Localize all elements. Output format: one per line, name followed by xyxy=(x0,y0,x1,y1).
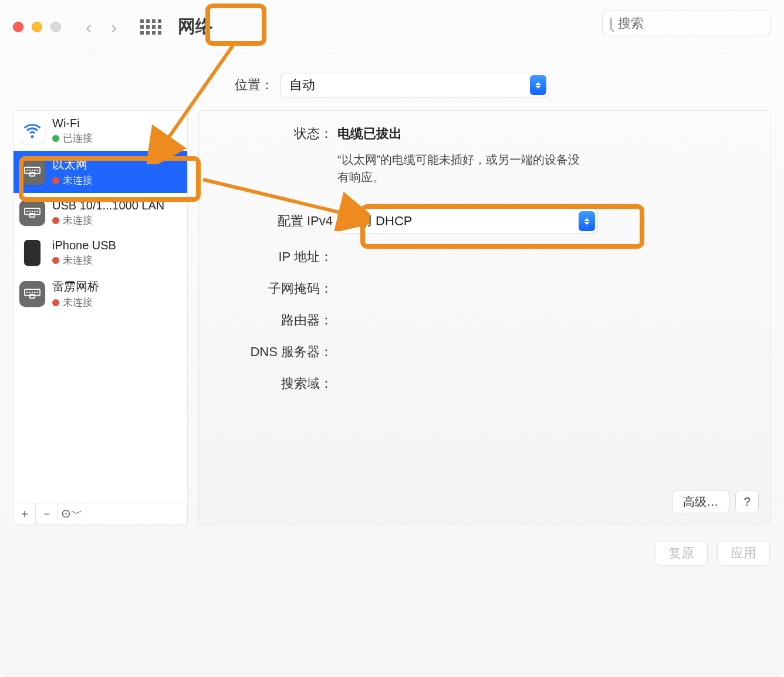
service-name: 以太网 xyxy=(52,157,93,172)
ip-address-value xyxy=(337,245,753,248)
service-status: 未连接 xyxy=(52,214,164,227)
status-value-text: 电缆已拔出 xyxy=(337,125,753,143)
network-prefs-window: ‹ › 网络 位置： 自动 Wi-Fi已连接以太网未连接USB 10/1...1… xyxy=(0,0,784,677)
service-status: 未连接 xyxy=(52,296,99,309)
svg-point-5 xyxy=(29,170,30,171)
service-status: 未连接 xyxy=(52,253,116,267)
service-name: iPhone USB xyxy=(52,239,116,252)
location-select[interactable]: 自动 xyxy=(281,73,549,97)
ip-address-label: IP 地址： xyxy=(213,245,337,266)
svg-point-6 xyxy=(32,170,33,171)
svg-point-20 xyxy=(32,292,33,293)
svg-point-15 xyxy=(37,211,38,212)
svg-point-13 xyxy=(32,211,33,212)
back-button[interactable]: ‹ xyxy=(86,18,92,36)
minimize-window-button[interactable] xyxy=(32,22,42,32)
window-controls xyxy=(13,22,61,32)
revert-button[interactable]: 复原 xyxy=(655,541,708,566)
apply-button[interactable]: 应用 xyxy=(717,541,770,566)
remove-service-button[interactable]: － xyxy=(36,503,58,524)
status-dot-icon xyxy=(52,299,59,306)
service-list: Wi-Fi已连接以太网未连接USB 10/1...1000 LAN未连接iPho… xyxy=(13,111,187,503)
forward-button[interactable]: › xyxy=(111,18,117,36)
svg-point-18 xyxy=(26,292,28,293)
show-all-prefs-icon[interactable] xyxy=(140,19,161,35)
close-window-button[interactable] xyxy=(13,22,23,32)
status-dot-icon xyxy=(52,177,59,184)
service-name: 雷雳网桥 xyxy=(52,279,99,295)
location-label: 位置： xyxy=(235,76,273,94)
ethernet-icon xyxy=(19,281,45,307)
add-service-button[interactable]: ＋ xyxy=(13,503,36,524)
status-dot-icon xyxy=(52,257,59,264)
sidebar-item--[interactable]: 以太网未连接 xyxy=(13,151,187,193)
detail-panel: 状态： 电缆已拔出 “以太网”的电缆可能未插好，或另一端的设备没有响应。 配置 … xyxy=(198,110,771,524)
service-sidebar: Wi-Fi已连接以太网未连接USB 10/1...1000 LAN未连接iPho… xyxy=(13,110,188,524)
zoom-window-button[interactable] xyxy=(50,22,61,32)
dns-servers-value xyxy=(337,340,753,343)
svg-point-14 xyxy=(34,211,35,212)
ipv4-config-select[interactable]: 使用 DHCP xyxy=(337,208,598,234)
select-stepper-icon xyxy=(530,75,546,95)
sidebar-item--[interactable]: 雷雳网桥未连接 xyxy=(13,273,187,315)
location-value: 自动 xyxy=(281,76,323,94)
ipv4-config-value: 使用 DHCP xyxy=(338,212,420,230)
body: Wi-Fi已连接以太网未连接USB 10/1...1000 LAN未连接iPho… xyxy=(0,110,784,524)
svg-point-4 xyxy=(26,170,28,171)
toolbar: ‹ › 网络 xyxy=(0,0,784,54)
search-input[interactable] xyxy=(617,15,780,32)
ethernet-icon xyxy=(19,159,45,185)
svg-point-22 xyxy=(37,292,38,293)
service-status: 未连接 xyxy=(52,174,93,187)
sidebar-item-usb-10-1-1000-lan[interactable]: USB 10/1...1000 LAN未连接 xyxy=(13,193,187,233)
status-description: “以太网”的电缆可能未插好，或另一端的设备没有响应。 xyxy=(337,151,590,186)
wifi-icon xyxy=(19,118,45,144)
svg-point-21 xyxy=(34,292,35,293)
service-name: USB 10/1...1000 LAN xyxy=(52,199,164,212)
search-icon xyxy=(610,17,612,30)
status-dot-icon xyxy=(52,135,59,142)
sidebar-item-wi-fi[interactable]: Wi-Fi已连接 xyxy=(13,111,187,151)
window-title: 网络 xyxy=(172,12,219,41)
ethernet-icon xyxy=(19,200,45,226)
svg-point-19 xyxy=(29,292,30,293)
router-label: 路由器： xyxy=(213,308,337,329)
advanced-button[interactable]: 高级… xyxy=(672,490,729,513)
service-status: 已连接 xyxy=(52,131,93,145)
select-stepper-icon xyxy=(579,211,595,231)
nav-controls: ‹ › xyxy=(86,18,117,36)
svg-point-11 xyxy=(26,211,28,212)
status-value: 电缆已拔出 “以太网”的电缆可能未插好，或另一端的设备没有响应。 xyxy=(337,121,753,186)
search-field[interactable] xyxy=(602,11,771,36)
status-dot-icon xyxy=(52,217,59,224)
service-actions-button[interactable]: ⊙﹀ xyxy=(58,503,86,524)
iphone-icon xyxy=(24,240,40,266)
search-domains-label: 搜索域： xyxy=(213,371,337,392)
status-label: 状态： xyxy=(213,121,337,143)
dns-servers-label: DNS 服务器： xyxy=(213,340,337,361)
svg-point-8 xyxy=(37,170,38,171)
service-list-footer: ＋ － ⊙﹀ xyxy=(13,503,187,524)
sidebar-item-iphone-usb[interactable]: iPhone USB未连接 xyxy=(13,233,187,273)
location-row: 位置： 自动 xyxy=(0,54,784,110)
subnet-mask-value xyxy=(337,276,753,280)
footer: 复原 应用 xyxy=(0,524,784,566)
help-button[interactable]: ? xyxy=(735,490,759,513)
search-domains-value xyxy=(337,371,753,375)
svg-point-12 xyxy=(29,211,30,212)
service-name: Wi-Fi xyxy=(52,117,93,130)
subnet-mask-label: 子网掩码： xyxy=(213,276,337,297)
svg-point-7 xyxy=(34,170,35,171)
router-value xyxy=(337,308,753,312)
ipv4-config-label: 配置 IPv4 xyxy=(213,212,337,230)
